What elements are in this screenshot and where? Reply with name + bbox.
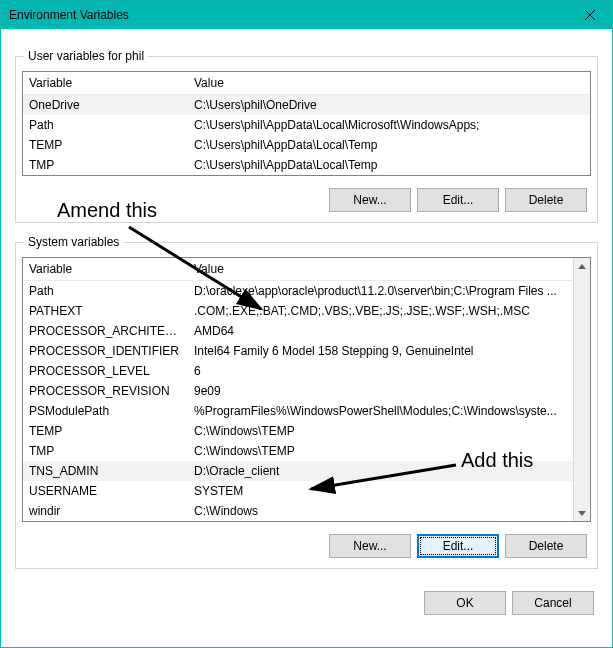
table-row[interactable]: TMP C:\Windows\TEMP — [23, 441, 573, 461]
cell-variable: PROCESSOR_IDENTIFIER — [23, 341, 188, 361]
window-title: Environment Variables — [9, 8, 568, 22]
cell-value: C:\Windows — [188, 501, 573, 521]
cell-value: Intel64 Family 6 Model 158 Stepping 9, G… — [188, 341, 573, 361]
cell-value: C:\Users\phil\AppData\Local\Microsoft\Wi… — [188, 115, 590, 135]
user-edit-button[interactable]: Edit... — [417, 188, 499, 212]
table-row[interactable]: PSModulePath %ProgramFiles%\WindowsPower… — [23, 401, 573, 421]
user-variables-legend: User variables for phil — [24, 49, 148, 63]
cancel-button[interactable]: Cancel — [512, 591, 594, 615]
cell-variable: TEMP — [23, 421, 188, 441]
cell-variable: PROCESSOR_ARCHITECTURE — [23, 321, 188, 341]
column-header-variable[interactable]: Variable — [23, 72, 188, 95]
user-delete-button[interactable]: Delete — [505, 188, 587, 212]
cell-value: C:\Windows\TEMP — [188, 441, 573, 461]
cell-variable: TEMP — [23, 135, 188, 155]
cell-variable: OneDrive — [23, 95, 188, 116]
cell-variable: PROCESSOR_REVISION — [23, 381, 188, 401]
cell-variable: TMP — [23, 155, 188, 175]
cell-value: AMD64 — [188, 321, 573, 341]
column-header-value[interactable]: Value — [188, 258, 573, 281]
cell-variable: PATHEXT — [23, 301, 188, 321]
cell-value: 6 — [188, 361, 573, 381]
cell-variable: USERNAME — [23, 481, 188, 501]
cell-value: .COM;.EXE;.BAT;.CMD;.VBS;.VBE;.JS;.JSE;.… — [188, 301, 573, 321]
table-row[interactable]: TEMP C:\Windows\TEMP — [23, 421, 573, 441]
cell-value: D:\oraclexe\app\oracle\product\11.2.0\se… — [188, 281, 573, 302]
cell-value: C:\Windows\TEMP — [188, 421, 573, 441]
close-icon — [585, 10, 595, 20]
table-row[interactable]: TMP C:\Users\phil\AppData\Local\Temp — [23, 155, 590, 175]
cell-value: 9e09 — [188, 381, 573, 401]
table-row[interactable]: PROCESSOR_ARCHITECTURE AMD64 — [23, 321, 573, 341]
scroll-track[interactable] — [574, 275, 590, 504]
cell-value: %ProgramFiles%\WindowsPowerShell\Modules… — [188, 401, 573, 421]
scroll-up-icon[interactable] — [574, 258, 590, 275]
table-header-row: Variable Value — [23, 258, 573, 281]
system-delete-button[interactable]: Delete — [505, 534, 587, 558]
table-row[interactable]: OneDrive C:\Users\phil\OneDrive — [23, 95, 590, 116]
cell-value: D:\Oracle_client — [188, 461, 573, 481]
table-row[interactable]: TEMP C:\Users\phil\AppData\Local\Temp — [23, 135, 590, 155]
ok-button[interactable]: OK — [424, 591, 506, 615]
titlebar: Environment Variables — [1, 1, 612, 29]
column-header-value[interactable]: Value — [188, 72, 590, 95]
system-variables-table[interactable]: Variable Value Path D:\oraclexe\app\orac… — [23, 258, 573, 521]
column-header-variable[interactable]: Variable — [23, 258, 188, 281]
scroll-down-icon[interactable] — [574, 504, 590, 521]
table-row[interactable]: Path D:\oraclexe\app\oracle\product\11.2… — [23, 281, 573, 302]
user-variables-table-wrap: Variable Value OneDrive C:\Users\phil\On… — [22, 71, 591, 176]
table-row[interactable]: PROCESSOR_IDENTIFIER Intel64 Family 6 Mo… — [23, 341, 573, 361]
cell-variable: Path — [23, 115, 188, 135]
cell-variable: TNS_ADMIN — [23, 461, 188, 481]
cell-value: SYSTEM — [188, 481, 573, 501]
cell-variable: TMP — [23, 441, 188, 461]
cell-value: C:\Users\phil\OneDrive — [188, 95, 590, 116]
system-edit-button[interactable]: Edit... — [417, 534, 499, 558]
user-new-button[interactable]: New... — [329, 188, 411, 212]
cell-value: C:\Users\phil\AppData\Local\Temp — [188, 135, 590, 155]
table-header-row: Variable Value — [23, 72, 590, 95]
cell-value: C:\Users\phil\AppData\Local\Temp — [188, 155, 590, 175]
table-row[interactable]: windir C:\Windows — [23, 501, 573, 521]
table-row[interactable]: TNS_ADMIN D:\Oracle_client — [23, 461, 573, 481]
system-variables-group: System variables Variable Value Path D:\… — [15, 235, 598, 569]
system-variables-table-wrap: Variable Value Path D:\oraclexe\app\orac… — [22, 257, 591, 522]
system-buttons-row: New... Edit... Delete — [22, 534, 591, 558]
table-row[interactable]: Path C:\Users\phil\AppData\Local\Microso… — [23, 115, 590, 135]
close-button[interactable] — [568, 1, 612, 29]
table-row[interactable]: PROCESSOR_REVISION 9e09 — [23, 381, 573, 401]
cell-variable: windir — [23, 501, 188, 521]
user-buttons-row: New... Edit... Delete — [22, 188, 591, 212]
cell-variable: PSModulePath — [23, 401, 188, 421]
system-variables-legend: System variables — [24, 235, 123, 249]
system-new-button[interactable]: New... — [329, 534, 411, 558]
scrollbar[interactable] — [573, 258, 590, 521]
table-row[interactable]: USERNAME SYSTEM — [23, 481, 573, 501]
table-row[interactable]: PATHEXT .COM;.EXE;.BAT;.CMD;.VBS;.VBE;.J… — [23, 301, 573, 321]
dialog-buttons-row: OK Cancel — [1, 591, 594, 615]
cell-variable: Path — [23, 281, 188, 302]
table-row[interactable]: PROCESSOR_LEVEL 6 — [23, 361, 573, 381]
user-variables-table[interactable]: Variable Value OneDrive C:\Users\phil\On… — [23, 72, 590, 175]
cell-variable: PROCESSOR_LEVEL — [23, 361, 188, 381]
user-variables-group: User variables for phil Variable Value O… — [15, 49, 598, 223]
